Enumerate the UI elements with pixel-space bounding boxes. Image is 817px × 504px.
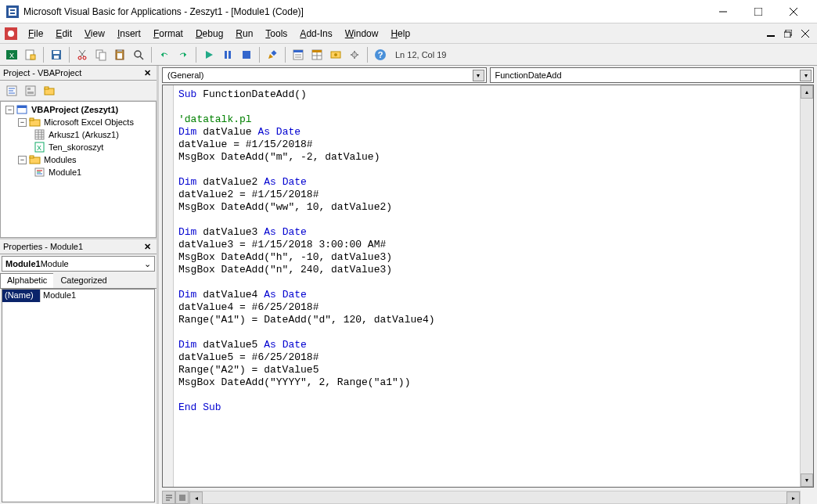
menu-debug[interactable]: Debug [189, 25, 229, 42]
tree-expander[interactable]: − [18, 156, 27, 164]
folder-icon [29, 117, 41, 128]
scroll-track[interactable] [203, 491, 786, 503]
menu-tools[interactable]: Tools [259, 25, 293, 42]
svg-rect-61 [27, 88, 31, 90]
undo-button[interactable] [156, 46, 173, 63]
scroll-left-button[interactable]: ◂ [189, 491, 203, 504]
procedure-dropdown[interactable]: FunctionDateAdd ▾ [490, 67, 815, 83]
tree-modules-group[interactable]: − Modules [2, 153, 154, 166]
svg-line-32 [140, 56, 143, 59]
procedure-view-button[interactable] [162, 491, 175, 504]
svg-rect-42 [293, 50, 303, 52]
menu-addins[interactable]: Add-Ins [293, 25, 338, 42]
properties-object-dropdown[interactable]: Module1 Module ⌄ [2, 256, 155, 272]
menu-window[interactable]: Window [339, 25, 385, 42]
property-value[interactable]: Module1 [40, 290, 154, 302]
view-object-button[interactable] [22, 82, 39, 99]
tree-project-root[interactable]: − VBAProject (Zeszyt1) [2, 103, 154, 116]
svg-rect-66 [17, 106, 27, 108]
menu-insert[interactable]: Insert [111, 25, 147, 42]
menu-format[interactable]: Format [147, 25, 189, 42]
view-excel-button[interactable]: X [3, 46, 20, 63]
svg-marker-34 [184, 52, 186, 57]
object-browser-button[interactable] [327, 46, 344, 63]
break-button[interactable] [219, 46, 236, 63]
properties-window-button[interactable] [308, 46, 326, 63]
menu-view[interactable]: View [78, 25, 111, 42]
svg-rect-1 [9, 8, 16, 16]
chevron-down-icon: ▾ [800, 70, 812, 81]
svg-rect-3 [10, 13, 15, 14]
find-button[interactable] [130, 46, 147, 63]
svg-text:X: X [37, 144, 41, 152]
titlebar: Microsoft Visual Basic for Applications … [0, 0, 817, 23]
tree-label: Modules [44, 155, 77, 164]
property-name-label: (Name) [2, 290, 40, 302]
tree-module-item[interactable]: Module1 [2, 166, 154, 178]
close-button[interactable] [776, 1, 811, 23]
properties-tab-alphabetic[interactable]: Alphabetic [0, 273, 54, 288]
project-tree[interactable]: − VBAProject (Zeszyt1) − Microsoft Excel… [0, 101, 157, 238]
menu-file[interactable]: File [22, 25, 49, 42]
mdi-restore-button[interactable] [781, 27, 795, 40]
reset-button[interactable] [238, 46, 255, 63]
maximize-button[interactable] [740, 1, 776, 23]
properties-grid[interactable]: (Name) Module1 [2, 289, 155, 502]
tree-excel-objects-group[interactable]: − Microsoft Excel Objects [2, 116, 154, 128]
run-button[interactable] [200, 46, 218, 63]
view-code-button[interactable] [3, 82, 20, 99]
properties-panel-title: Properties - Module1 [3, 242, 83, 251]
project-panel-close-button[interactable]: ✕ [141, 67, 153, 79]
tree-expander[interactable]: − [5, 106, 14, 114]
full-module-view-button[interactable] [175, 491, 189, 504]
toggle-folders-button[interactable] [41, 82, 58, 99]
svg-rect-64 [45, 87, 49, 89]
scroll-track[interactable] [801, 99, 813, 473]
tree-workbook-item[interactable]: X Ten_skoroszyt [2, 141, 154, 153]
minimize-button[interactable] [705, 1, 740, 23]
svg-rect-5 [754, 8, 762, 16]
save-button[interactable] [48, 46, 65, 63]
svg-marker-35 [206, 51, 213, 59]
svg-rect-12 [784, 32, 790, 38]
object-dropdown[interactable]: (General) ▾ [162, 67, 487, 83]
scroll-right-button[interactable]: ▸ [786, 491, 800, 504]
tree-expander[interactable]: − [18, 118, 27, 127]
vertical-scrollbar[interactable]: ▴ ▾ [800, 85, 813, 487]
properties-panel-header: Properties - Module1 ✕ [0, 239, 157, 254]
property-row[interactable]: (Name) Module1 [2, 290, 154, 302]
project-panel-toolbar [0, 81, 157, 101]
redo-button[interactable] [175, 46, 192, 63]
toolbox-button[interactable] [346, 46, 363, 63]
workbook-icon: X [34, 142, 46, 153]
paste-button[interactable] [111, 46, 128, 63]
mdi-close-button[interactable] [798, 27, 812, 40]
tree-label: Ten_skoroszyt [49, 142, 103, 152]
scroll-down-button[interactable]: ▾ [801, 473, 813, 487]
menu-run[interactable]: Run [229, 25, 259, 42]
standard-toolbar: X ? Ln 12, Col 19 [0, 44, 817, 66]
scroll-up-button[interactable]: ▴ [801, 85, 813, 99]
copy-button[interactable] [92, 46, 110, 63]
cut-button[interactable] [74, 46, 91, 63]
insert-button[interactable] [22, 46, 39, 63]
help-button[interactable]: ? [372, 46, 389, 63]
svg-point-53 [352, 52, 357, 57]
project-explorer-button[interactable] [290, 46, 307, 63]
cursor-position-label: Ln 12, Col 19 [395, 50, 446, 59]
properties-panel-close-button[interactable]: ✕ [141, 240, 153, 253]
svg-rect-2 [10, 9, 15, 11]
tree-sheet-item[interactable]: Arkusz1 (Arkusz1) [2, 128, 154, 141]
design-mode-button[interactable] [264, 46, 281, 63]
svg-rect-21 [54, 56, 59, 59]
tree-label: Microsoft Excel Objects [44, 117, 134, 127]
properties-tab-categorized[interactable]: Categorized [53, 273, 113, 288]
horizontal-scrollbar[interactable]: ◂ ▸ [189, 491, 801, 504]
menu-edit[interactable]: Edit [49, 25, 78, 42]
chevron-down-icon: ⌄ [144, 259, 151, 269]
mdi-minimize-button[interactable] [764, 27, 778, 40]
menu-help[interactable]: Help [384, 25, 416, 42]
code-editor[interactable]: Sub FunctionDateAdd() 'datatalk.pl Dim d… [174, 85, 800, 487]
svg-text:?: ? [378, 50, 383, 59]
svg-rect-29 [117, 49, 122, 52]
